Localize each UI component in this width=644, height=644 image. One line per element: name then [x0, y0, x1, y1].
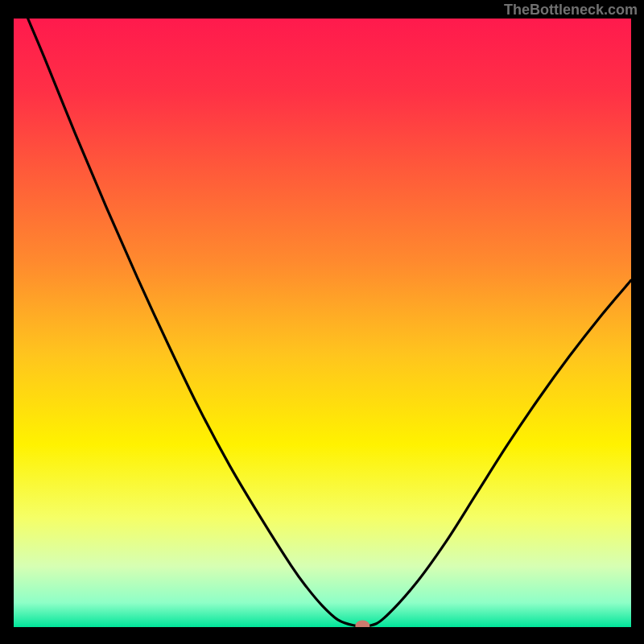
- bottleneck-chart: [14, 19, 631, 627]
- gradient-background: [14, 19, 631, 627]
- chart-container: TheBottleneck.com: [0, 0, 644, 644]
- plot-area: [14, 19, 631, 627]
- attribution-label: TheBottleneck.com: [504, 2, 638, 19]
